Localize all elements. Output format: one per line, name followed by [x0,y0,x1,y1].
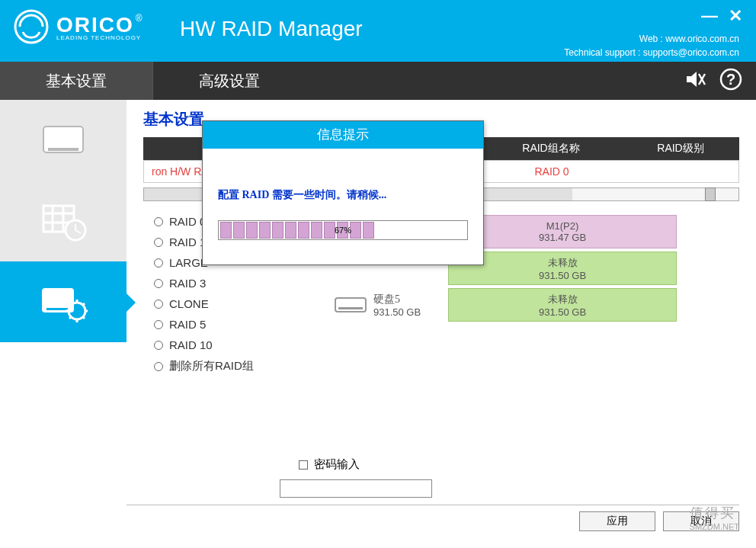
sidebar [0,100,127,548]
option-raid5[interactable]: RAID 5 [154,318,303,331]
disk-label: 硬盘5 [373,293,442,306]
col-raid-level: RAID级别 [623,142,738,155]
dialog-message: 配置 RAID 需要一些时间。请稍候... [218,188,468,202]
dialog-title: 信息提示 [203,121,483,149]
help-icon[interactable]: ? [719,68,742,94]
cancel-button[interactable]: 取消 [663,511,739,531]
password-checkbox[interactable]: 密码输入 [299,457,432,472]
tab-bar: 基本设置 高级设置 ? [0,62,756,100]
sidebar-item-schedule[interactable] [0,181,127,261]
tab-basic[interactable]: 基本设置 [0,62,152,100]
svg-rect-6 [48,148,78,151]
option-raid10[interactable]: RAID 10 [154,338,303,351]
svg-rect-28 [335,298,366,312]
disk-icon [334,293,367,316]
web-link[interactable]: www.orico.com.cn [665,34,739,44]
progress-percent: 67% [335,226,351,235]
window-header: ORICO® LEADING TECHNOLOGY HW RAID Manage… [0,0,756,62]
sidebar-item-raid[interactable] [0,261,127,342]
capacity-handle[interactable] [705,187,716,201]
brand-name: ORICO [56,13,134,37]
calendar-clock-icon [39,200,88,242]
progress-bar: 67% [218,220,468,240]
svg-line-25 [69,316,72,319]
option-delete-all[interactable]: 删除所有RAID组 [154,359,303,373]
option-raid3[interactable]: RAID 3 [154,277,303,290]
registered-mark: ® [136,13,143,24]
svg-line-24 [82,303,85,306]
close-button[interactable]: ✕ [729,6,742,26]
disk-row[interactable]: 硬盘5931.50 GB未释放931.50 GB [334,288,739,322]
disk-size: 931.50 GB [373,306,442,318]
minimize-button[interactable]: — [701,6,718,26]
password-input[interactable] [280,479,432,498]
orico-logo-icon [14,9,49,44]
svg-line-23 [82,316,85,319]
support-email-link[interactable]: supports@orico.com.cn [643,47,739,58]
cell-raid-level: RAID 0 [479,165,624,178]
sidebar-item-device[interactable] [0,100,127,181]
app-title: HW RAID Manager [180,17,363,41]
mute-icon[interactable] [684,68,707,94]
tab-advanced[interactable]: 高级设置 [153,62,306,100]
apply-button[interactable]: 应用 [579,511,655,531]
header-links: Web : www.orico.com.cn Technical support… [564,32,739,59]
col-raid-name: RAID组名称 [479,142,623,155]
option-clone[interactable]: CLONE [154,297,303,310]
brand-tagline: LEADING TECHNOLOGY [56,34,143,41]
hdd-icon [39,119,88,162]
info-dialog: 信息提示 配置 RAID 需要一些时间。请稍候... 67% [202,120,484,265]
svg-rect-29 [338,307,363,309]
logo-area: ORICO® LEADING TECHNOLOGY [14,9,143,44]
svg-line-22 [69,303,72,306]
hdd-gear-icon [39,280,88,323]
disk-slot[interactable]: 未释放931.50 GB [448,288,677,322]
svg-text:?: ? [726,71,735,88]
